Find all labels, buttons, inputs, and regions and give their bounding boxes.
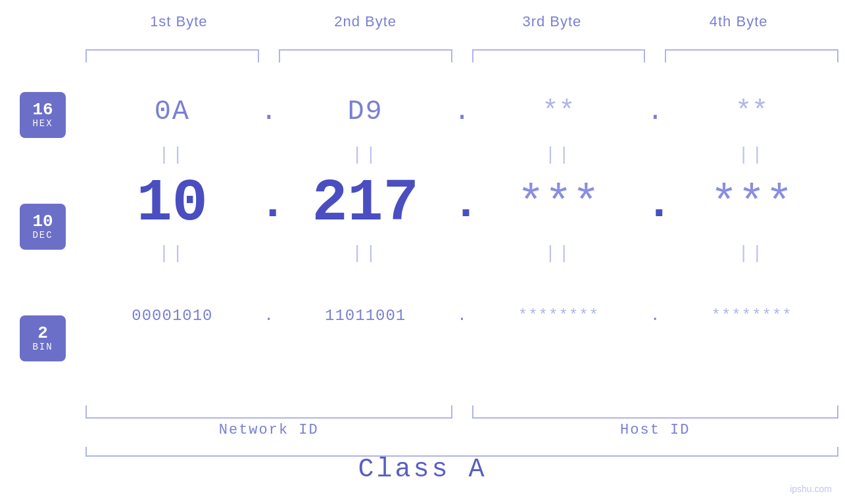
top-bracket-gap-3 <box>645 49 665 62</box>
class-label: Class A <box>0 455 845 484</box>
badge-dec-num: 10 <box>32 213 53 230</box>
badge-dec-label: DEC <box>32 230 53 241</box>
top-bracket-1 <box>85 49 259 62</box>
top-bracket-gap-2 <box>452 49 472 62</box>
badge-dec: 10 DEC <box>20 204 66 250</box>
bin-b1: 00001010 <box>85 307 259 325</box>
badge-hex: 16 HEX <box>20 92 66 138</box>
bottom-brackets <box>85 405 838 419</box>
bracket-gap <box>452 405 472 419</box>
top-bracket-2 <box>279 49 452 62</box>
dec-b4: *** <box>665 178 838 230</box>
top-bracket-4 <box>665 49 838 62</box>
main-container: 1st Byte 2nd Byte 3rd Byte 4th Byte 16 H… <box>0 0 845 504</box>
bracket-network <box>85 405 452 419</box>
equals-row-2: || || || || <box>85 237 838 269</box>
equals-1-b4: || <box>665 145 838 165</box>
bin-row: 00001010 . 11011001 . ******** . *******… <box>85 289 838 342</box>
byte-header-3: 3rd Byte <box>459 13 646 30</box>
hex-dot-3: . <box>645 96 665 127</box>
hex-b4: ** <box>665 96 838 127</box>
bin-b4: ******** <box>665 307 838 325</box>
byte-header-4: 4th Byte <box>645 13 832 30</box>
top-bracket-gap-1 <box>259 49 279 62</box>
dec-row: 10 . 217 . *** . *** <box>85 171 838 237</box>
bin-b2: 11011001 <box>279 307 452 325</box>
badge-bin: 2 BIN <box>20 315 66 361</box>
hex-b3: ** <box>472 96 646 127</box>
byte-headers: 1st Byte 2nd Byte 3rd Byte 4th Byte <box>85 13 832 30</box>
hex-dot-2: . <box>452 96 472 127</box>
dec-dot-1: . <box>259 178 279 230</box>
byte-header-1: 1st Byte <box>85 13 272 30</box>
top-bracket-3 <box>472 49 646 62</box>
bin-dot-1: . <box>259 307 279 325</box>
hex-row: 0A . D9 . ** . ** <box>85 85 838 138</box>
hex-b1: 0A <box>85 96 259 127</box>
equals-1-b2: || <box>279 145 452 165</box>
badges-column: 16 HEX 10 DEC 2 BIN <box>20 92 66 361</box>
bin-dot-2: . <box>452 307 472 325</box>
dec-b3: *** <box>472 178 646 230</box>
host-id-label: Host ID <box>472 422 839 438</box>
equals-2-b2: || <box>279 243 452 263</box>
equals-1-b3: || <box>472 145 646 165</box>
bin-dot-3: . <box>645 307 665 325</box>
hex-b2: D9 <box>279 96 452 127</box>
dec-b1: 10 <box>85 170 259 237</box>
hex-dot-1: . <box>259 96 279 127</box>
equals-2-b4: || <box>665 243 838 263</box>
equals-row-1: || || || || <box>85 138 838 171</box>
bin-b3: ******** <box>472 307 646 325</box>
badge-bin-num: 2 <box>37 325 48 342</box>
rows-container: 0A . D9 . ** . ** || || || || 10 . 217 .… <box>85 85 838 342</box>
equals-2-b1: || <box>85 243 259 263</box>
dec-dot-2: . <box>452 178 472 230</box>
dec-b2: 217 <box>279 170 452 237</box>
badge-hex-label: HEX <box>32 118 53 129</box>
badge-hex-num: 16 <box>32 101 53 118</box>
labels-spacer <box>452 422 472 438</box>
equals-1-b1: || <box>85 145 259 165</box>
bottom-labels: Network ID Host ID <box>85 422 838 438</box>
top-brackets <box>85 49 838 62</box>
badge-bin-label: BIN <box>32 342 53 352</box>
network-id-label: Network ID <box>85 422 452 438</box>
equals-2-b3: || <box>472 243 646 263</box>
dec-dot-3: . <box>645 178 665 230</box>
bracket-host <box>472 405 839 419</box>
byte-header-2: 2nd Byte <box>272 13 459 30</box>
watermark: ipshu.com <box>790 484 832 494</box>
